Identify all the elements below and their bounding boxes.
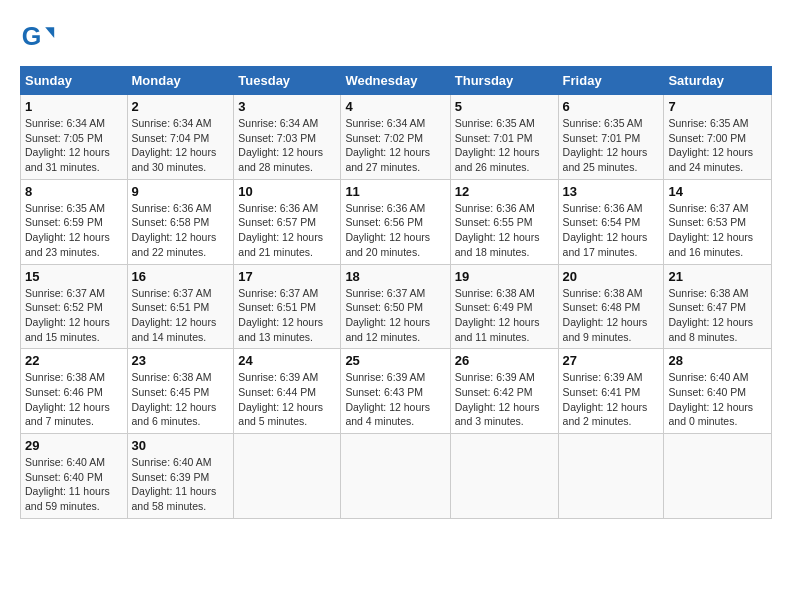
day-number-22: 22 [25,353,123,368]
day-info-22: Sunrise: 6:38 AM Sunset: 6:46 PM Dayligh… [25,370,123,429]
col-sunday: Sunday [21,67,128,95]
day-cell-21: 21 Sunrise: 6:38 AM Sunset: 6:47 PM Dayl… [664,264,772,349]
weekday-row: Sunday Monday Tuesday Wednesday Thursday… [21,67,772,95]
calendar-row-5: 29 Sunrise: 6:40 AM Sunset: 6:40 PM Dayl… [21,434,772,519]
day-number-13: 13 [563,184,660,199]
calendar-header: Sunday Monday Tuesday Wednesday Thursday… [21,67,772,95]
day-info-14: Sunrise: 6:37 AM Sunset: 6:53 PM Dayligh… [668,201,767,260]
calendar-row-1: 1 Sunrise: 6:34 AM Sunset: 7:05 PM Dayli… [21,95,772,180]
day-cell-28: 28 Sunrise: 6:40 AM Sunset: 6:40 PM Dayl… [664,349,772,434]
day-cell-23: 23 Sunrise: 6:38 AM Sunset: 6:45 PM Dayl… [127,349,234,434]
day-number-12: 12 [455,184,554,199]
day-info-7: Sunrise: 6:35 AM Sunset: 7:00 PM Dayligh… [668,116,767,175]
day-info-20: Sunrise: 6:38 AM Sunset: 6:48 PM Dayligh… [563,286,660,345]
day-number-10: 10 [238,184,336,199]
day-info-2: Sunrise: 6:34 AM Sunset: 7:04 PM Dayligh… [132,116,230,175]
empty-cell [450,434,558,519]
day-cell-13: 13 Sunrise: 6:36 AM Sunset: 6:54 PM Dayl… [558,179,664,264]
day-number-11: 11 [345,184,445,199]
day-cell-20: 20 Sunrise: 6:38 AM Sunset: 6:48 PM Dayl… [558,264,664,349]
day-cell-16: 16 Sunrise: 6:37 AM Sunset: 6:51 PM Dayl… [127,264,234,349]
day-info-4: Sunrise: 6:34 AM Sunset: 7:02 PM Dayligh… [345,116,445,175]
day-info-5: Sunrise: 6:35 AM Sunset: 7:01 PM Dayligh… [455,116,554,175]
day-number-17: 17 [238,269,336,284]
empty-cell [558,434,664,519]
day-number-7: 7 [668,99,767,114]
day-cell-27: 27 Sunrise: 6:39 AM Sunset: 6:41 PM Dayl… [558,349,664,434]
day-info-28: Sunrise: 6:40 AM Sunset: 6:40 PM Dayligh… [668,370,767,429]
empty-cell [664,434,772,519]
day-cell-12: 12 Sunrise: 6:36 AM Sunset: 6:55 PM Dayl… [450,179,558,264]
day-cell-26: 26 Sunrise: 6:39 AM Sunset: 6:42 PM Dayl… [450,349,558,434]
logo: G [20,20,60,56]
day-cell-18: 18 Sunrise: 6:37 AM Sunset: 6:50 PM Dayl… [341,264,450,349]
day-info-1: Sunrise: 6:34 AM Sunset: 7:05 PM Dayligh… [25,116,123,175]
day-info-25: Sunrise: 6:39 AM Sunset: 6:43 PM Dayligh… [345,370,445,429]
day-cell-2: 2 Sunrise: 6:34 AM Sunset: 7:04 PM Dayli… [127,95,234,180]
empty-cell [234,434,341,519]
calendar-row-4: 22 Sunrise: 6:38 AM Sunset: 6:46 PM Dayl… [21,349,772,434]
day-number-23: 23 [132,353,230,368]
day-info-6: Sunrise: 6:35 AM Sunset: 7:01 PM Dayligh… [563,116,660,175]
day-info-8: Sunrise: 6:35 AM Sunset: 6:59 PM Dayligh… [25,201,123,260]
col-friday: Friday [558,67,664,95]
day-number-6: 6 [563,99,660,114]
day-info-17: Sunrise: 6:37 AM Sunset: 6:51 PM Dayligh… [238,286,336,345]
day-cell-14: 14 Sunrise: 6:37 AM Sunset: 6:53 PM Dayl… [664,179,772,264]
day-info-29: Sunrise: 6:40 AM Sunset: 6:40 PM Dayligh… [25,455,123,514]
day-cell-7: 7 Sunrise: 6:35 AM Sunset: 7:00 PM Dayli… [664,95,772,180]
day-cell-6: 6 Sunrise: 6:35 AM Sunset: 7:01 PM Dayli… [558,95,664,180]
day-number-4: 4 [345,99,445,114]
day-info-10: Sunrise: 6:36 AM Sunset: 6:57 PM Dayligh… [238,201,336,260]
col-tuesday: Tuesday [234,67,341,95]
day-number-3: 3 [238,99,336,114]
day-info-3: Sunrise: 6:34 AM Sunset: 7:03 PM Dayligh… [238,116,336,175]
day-number-24: 24 [238,353,336,368]
day-number-18: 18 [345,269,445,284]
col-saturday: Saturday [664,67,772,95]
day-cell-19: 19 Sunrise: 6:38 AM Sunset: 6:49 PM Dayl… [450,264,558,349]
day-number-14: 14 [668,184,767,199]
calendar-row-2: 8 Sunrise: 6:35 AM Sunset: 6:59 PM Dayli… [21,179,772,264]
day-cell-10: 10 Sunrise: 6:36 AM Sunset: 6:57 PM Dayl… [234,179,341,264]
day-cell-9: 9 Sunrise: 6:36 AM Sunset: 6:58 PM Dayli… [127,179,234,264]
day-info-26: Sunrise: 6:39 AM Sunset: 6:42 PM Dayligh… [455,370,554,429]
day-number-5: 5 [455,99,554,114]
day-info-9: Sunrise: 6:36 AM Sunset: 6:58 PM Dayligh… [132,201,230,260]
day-cell-22: 22 Sunrise: 6:38 AM Sunset: 6:46 PM Dayl… [21,349,128,434]
svg-marker-1 [45,27,54,38]
day-number-2: 2 [132,99,230,114]
day-info-12: Sunrise: 6:36 AM Sunset: 6:55 PM Dayligh… [455,201,554,260]
col-monday: Monday [127,67,234,95]
day-number-25: 25 [345,353,445,368]
day-number-20: 20 [563,269,660,284]
day-cell-25: 25 Sunrise: 6:39 AM Sunset: 6:43 PM Dayl… [341,349,450,434]
day-cell-5: 5 Sunrise: 6:35 AM Sunset: 7:01 PM Dayli… [450,95,558,180]
day-info-30: Sunrise: 6:40 AM Sunset: 6:39 PM Dayligh… [132,455,230,514]
page-header: G [20,20,772,56]
day-cell-29: 29 Sunrise: 6:40 AM Sunset: 6:40 PM Dayl… [21,434,128,519]
day-number-30: 30 [132,438,230,453]
col-wednesday: Wednesday [341,67,450,95]
day-cell-30: 30 Sunrise: 6:40 AM Sunset: 6:39 PM Dayl… [127,434,234,519]
day-info-24: Sunrise: 6:39 AM Sunset: 6:44 PM Dayligh… [238,370,336,429]
day-info-27: Sunrise: 6:39 AM Sunset: 6:41 PM Dayligh… [563,370,660,429]
day-number-1: 1 [25,99,123,114]
day-number-29: 29 [25,438,123,453]
logo-icon: G [20,20,56,56]
day-number-26: 26 [455,353,554,368]
day-info-18: Sunrise: 6:37 AM Sunset: 6:50 PM Dayligh… [345,286,445,345]
day-cell-1: 1 Sunrise: 6:34 AM Sunset: 7:05 PM Dayli… [21,95,128,180]
day-number-16: 16 [132,269,230,284]
calendar-body: 1 Sunrise: 6:34 AM Sunset: 7:05 PM Dayli… [21,95,772,519]
day-number-15: 15 [25,269,123,284]
svg-text:G: G [22,22,42,50]
day-cell-15: 15 Sunrise: 6:37 AM Sunset: 6:52 PM Dayl… [21,264,128,349]
day-info-13: Sunrise: 6:36 AM Sunset: 6:54 PM Dayligh… [563,201,660,260]
calendar-table: Sunday Monday Tuesday Wednesday Thursday… [20,66,772,519]
day-info-16: Sunrise: 6:37 AM Sunset: 6:51 PM Dayligh… [132,286,230,345]
day-number-19: 19 [455,269,554,284]
day-info-19: Sunrise: 6:38 AM Sunset: 6:49 PM Dayligh… [455,286,554,345]
day-cell-8: 8 Sunrise: 6:35 AM Sunset: 6:59 PM Dayli… [21,179,128,264]
day-cell-3: 3 Sunrise: 6:34 AM Sunset: 7:03 PM Dayli… [234,95,341,180]
